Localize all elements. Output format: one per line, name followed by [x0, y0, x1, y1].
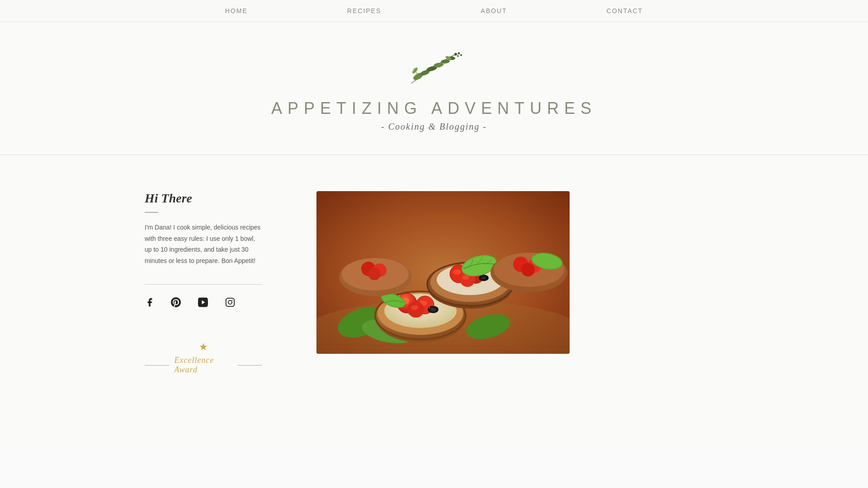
svg-point-11 [457, 55, 459, 57]
nav-about[interactable]: ABOUT [481, 7, 507, 14]
svg-point-9 [458, 52, 460, 55]
svg-rect-12 [226, 298, 234, 306]
award-section: ★ Excellence Award [145, 341, 262, 375]
about-column: Hi There I'm Dana! I cook simple, delici… [145, 191, 262, 426]
svg-point-64 [409, 314, 410, 315]
award-line-left [145, 365, 169, 366]
svg-point-66 [429, 307, 430, 309]
hero-section: APPETIZING ADVENTURES - Cooking & Bloggi… [0, 22, 868, 155]
instagram-icon[interactable] [225, 297, 235, 310]
award-label: Excellence Award [175, 356, 233, 375]
nav-recipes[interactable]: RECIPES [347, 7, 381, 14]
food-photo [316, 191, 570, 354]
svg-point-10 [460, 54, 462, 56]
site-subtitle: - Cooking & Blogging - [381, 122, 487, 132]
youtube-icon[interactable] [197, 297, 209, 310]
bio-text: I'm Dana! I cook simple, delicious recip… [145, 222, 262, 266]
svg-point-65 [413, 312, 414, 313]
svg-point-47 [481, 277, 486, 280]
pinterest-icon[interactable] [171, 297, 181, 310]
award-line-right [238, 365, 262, 366]
svg-point-69 [478, 278, 479, 279]
facebook-icon[interactable] [145, 297, 155, 310]
site-title: APPETIZING ADVENTURES [271, 99, 597, 118]
svg-point-45 [462, 275, 469, 280]
main-navigation: HOME RECIPES ABOUT CONTACT [0, 0, 868, 22]
star-icon: ★ [199, 341, 208, 353]
svg-point-8 [454, 53, 457, 56]
svg-point-68 [472, 281, 473, 282]
award-line: Excellence Award [145, 356, 262, 375]
social-divider [145, 284, 262, 285]
main-content: Hi There I'm Dana! I cook simple, delici… [0, 155, 868, 453]
food-image-column [316, 191, 723, 426]
svg-point-6 [411, 67, 419, 75]
svg-point-41 [453, 269, 461, 275]
nav-contact[interactable]: CONTACT [607, 7, 643, 14]
logo-leaf-illustration [398, 49, 470, 90]
about-divider [145, 212, 158, 213]
svg-point-70 [463, 283, 464, 284]
svg-point-61 [521, 263, 535, 277]
svg-point-14 [232, 300, 233, 300]
svg-point-67 [422, 315, 423, 316]
svg-point-56 [368, 267, 381, 280]
social-icons-row [145, 297, 262, 310]
nav-home[interactable]: HOME [225, 7, 248, 14]
about-heading: Hi There [145, 191, 262, 206]
svg-point-13 [228, 300, 232, 304]
svg-point-32 [411, 305, 418, 310]
